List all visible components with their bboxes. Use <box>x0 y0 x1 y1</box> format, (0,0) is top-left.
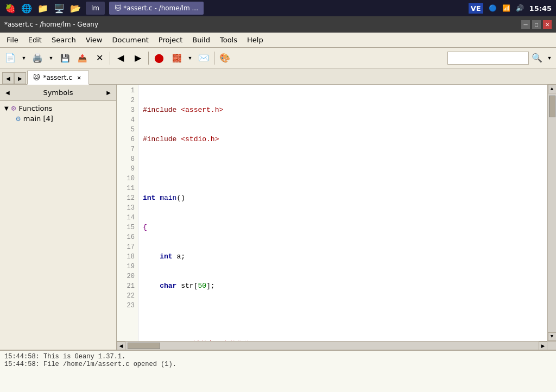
toolbar-sep2 <box>148 52 149 65</box>
scroll-right-button[interactable]: ▶ <box>539 342 547 350</box>
sidebar-group-label: Functions <box>18 104 52 112</box>
wifi-icon: 📶 <box>502 4 510 12</box>
code-line-2: #include <stdio.h> <box>143 135 543 144</box>
menu-help[interactable]: Help <box>243 35 268 45</box>
raspberry-icon[interactable]: 🍓 <box>4 2 16 14</box>
message-bar: 15:44:58: This is Geany 1.37.1. 15:44:58… <box>0 350 556 392</box>
menu-bar: File Edit Search View Document Project B… <box>0 33 556 48</box>
scroll-left-button[interactable]: ◀ <box>117 342 125 350</box>
scroll-thumb[interactable] <box>549 96 555 117</box>
menu-file[interactable]: File <box>2 35 23 45</box>
toolbar: 📄 ▼ 🖨️ ▼ 💾 📤 ✕ ◀ ▶ ⬤ 🧱 ▼ ✉️ 🎨 🔍 ▼ <box>0 48 556 68</box>
sidebar-group-functions[interactable]: ▼ ⚙ Functions <box>0 103 116 113</box>
folder2-icon[interactable]: 📂 <box>70 2 81 14</box>
function-group-icon: ⚙ <box>11 105 17 112</box>
close-button[interactable]: ✕ <box>543 20 552 29</box>
tab-next-button[interactable]: ▶ <box>14 72 26 84</box>
menu-tools[interactable]: Tools <box>216 35 242 45</box>
taskbar-window-lm[interactable]: lm <box>86 2 105 15</box>
scroll-down-button[interactable]: ▼ <box>548 332 557 341</box>
ln-15: 15 <box>117 223 138 232</box>
build-button[interactable]: 🧱 <box>168 50 185 66</box>
message-1: 15:44:58: This is Geany 1.37.1. <box>4 353 552 361</box>
ln-23: 23 <box>117 301 138 311</box>
new-button[interactable]: 📄 <box>2 50 18 66</box>
save-all-button[interactable]: 📤 <box>74 50 90 66</box>
ln-20: 20 <box>117 271 138 281</box>
scroll-corner <box>547 342 556 350</box>
tab-prev-button[interactable]: ◀ <box>2 72 14 84</box>
menu-edit[interactable]: Edit <box>24 35 46 45</box>
back-button[interactable]: ◀ <box>112 50 129 66</box>
ln-14: 14 <box>117 213 138 223</box>
code-line-3 <box>143 164 543 174</box>
vertical-scrollbar[interactable]: ▲ ▼ <box>547 85 556 341</box>
h-scroll-thumb[interactable] <box>128 343 160 349</box>
ln-9: 9 <box>117 164 138 174</box>
toolbar-sep3 <box>214 52 214 65</box>
search-icon-button[interactable]: 🔍 <box>530 50 544 66</box>
toolbar-sep1 <box>110 52 110 65</box>
line-numbers: 1 2 3 4 5 6 7 8 9 10 11 12 13 14 15 16 1 <box>117 85 138 341</box>
code-editor: 1 2 3 4 5 6 7 8 9 10 11 12 13 14 15 16 1 <box>117 85 556 350</box>
close-file-button[interactable]: ✕ <box>91 50 108 66</box>
sidebar: ◀ Symbols ▶ ▼ ⚙ Functions ⚙ main [4] <box>0 85 117 350</box>
tab-close-button[interactable]: ✕ <box>75 74 83 81</box>
sidebar-content: ▼ ⚙ Functions ⚙ main [4] <box>0 101 116 350</box>
ln-11: 11 <box>117 184 138 193</box>
toolbar-search: 🔍 ▼ <box>447 50 554 66</box>
title-bar-title: *assert.c - /home/lm - Geany <box>4 21 98 28</box>
code-line-4: int main() <box>143 193 543 203</box>
save-button[interactable]: 💾 <box>56 50 73 66</box>
menu-view[interactable]: View <box>81 35 107 45</box>
sidebar-right-arrow[interactable]: ▶ <box>104 88 113 97</box>
ln-12: 12 <box>117 193 138 203</box>
menu-build[interactable]: Build <box>188 35 214 45</box>
function-item-icon: ⚙ <box>15 115 21 123</box>
menu-project[interactable]: Project <box>154 35 187 45</box>
menu-search[interactable]: Search <box>47 35 80 45</box>
new-dropdown[interactable]: ▼ <box>20 50 28 66</box>
sidebar-item-label: main [4] <box>23 115 53 123</box>
globe-icon[interactable]: 🌐 <box>21 2 33 14</box>
menu-document[interactable]: Document <box>108 35 153 45</box>
sidebar-left-arrow[interactable]: ◀ <box>3 88 12 97</box>
ln-22: 22 <box>117 291 138 301</box>
ln-13: 13 <box>117 203 138 213</box>
color-button[interactable]: 🎨 <box>217 50 233 66</box>
message-2: 15:44:58: File /home/lm/assert.c opened … <box>4 361 552 368</box>
search-dropdown[interactable]: ▼ <box>545 50 554 66</box>
open-button[interactable]: 🖨️ <box>29 50 46 66</box>
ln-10: 10 <box>117 174 138 184</box>
ln-8: 8 <box>117 154 138 164</box>
scroll-up-button[interactable]: ▲ <box>548 85 557 93</box>
code-content: 1 2 3 4 5 6 7 8 9 10 11 12 13 14 15 16 1 <box>117 85 556 341</box>
code-line-1: #include <assert.h> <box>143 105 543 115</box>
ln-5: 5 <box>117 125 138 135</box>
ln-6: 6 <box>117 135 138 144</box>
maximize-button[interactable]: □ <box>532 20 541 29</box>
search-input[interactable] <box>447 52 529 65</box>
minimize-button[interactable]: ─ <box>521 20 530 29</box>
code-line-6: int a; <box>143 252 543 262</box>
title-bar: *assert.c - /home/lm - Geany ─ □ ✕ <box>0 16 556 33</box>
sidebar-item-main[interactable]: ⚙ main [4] <box>0 113 116 124</box>
ln-3: 3 <box>117 105 138 115</box>
ln-17: 17 <box>117 242 138 252</box>
horizontal-scrollbar[interactable]: ◀ ▶ <box>117 341 556 350</box>
open-dropdown[interactable]: ▼ <box>47 50 55 66</box>
send-button[interactable]: ✉️ <box>195 50 212 66</box>
tab-bar: ◀ ▶ 🐱 *assert.c ✕ <box>0 68 556 85</box>
run-button[interactable]: ⬤ <box>151 50 167 66</box>
expand-arrow-icon: ▼ <box>4 105 9 111</box>
bluetooth-icon: 🔵 <box>489 4 497 12</box>
folder-icon[interactable]: 📁 <box>37 2 49 14</box>
taskbar-window-assert[interactable]: 🐱 *assert.c - /home/lm ... <box>109 2 204 15</box>
ln-1: 1 <box>117 86 138 96</box>
forward-button[interactable]: ▶ <box>130 50 146 66</box>
code-lines[interactable]: #include <assert.h> #include <stdio.h> i… <box>138 85 547 341</box>
terminal-icon[interactable]: 🖥️ <box>53 2 65 14</box>
build-dropdown[interactable]: ▼ <box>186 50 194 66</box>
tab-assert-c[interactable]: 🐱 *assert.c ✕ <box>27 71 89 85</box>
ln-21: 21 <box>117 281 138 291</box>
